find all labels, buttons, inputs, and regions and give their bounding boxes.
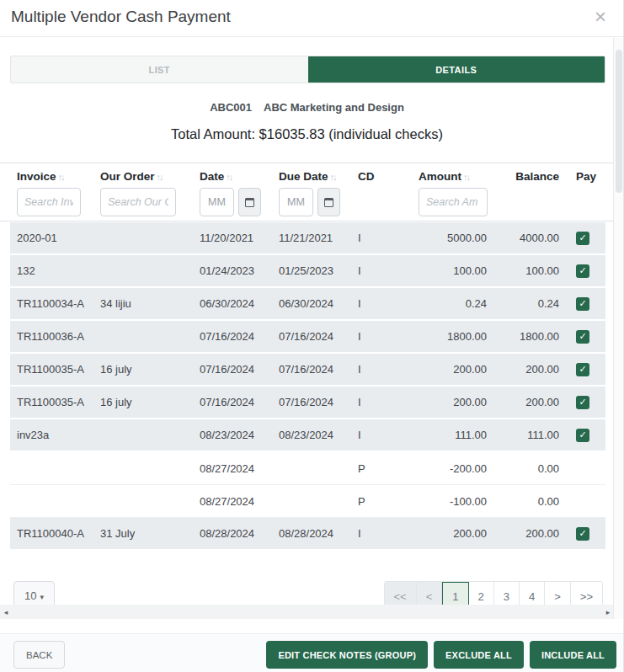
modal-header: Multiple Vendor Cash Payment ×: [0, 0, 623, 37]
due-date-cell: 08/28/2024: [279, 527, 358, 540]
balance-cell: 4000.00: [490, 232, 563, 244]
pay-cell: ✓: [563, 264, 605, 278]
pay-cell: ✓: [563, 429, 605, 442]
date-cell: 08/27/2024: [200, 462, 279, 475]
table-body: 2020-0111/20/202111/21/2021I5000.004000.…: [10, 222, 605, 551]
balance-cell: 100.00: [490, 264, 563, 277]
column-header-cd: CD: [358, 170, 419, 183]
pay-checkbox[interactable]: ✓: [576, 527, 589, 541]
balance-cell: 0.24: [490, 297, 563, 310]
search-amount-input[interactable]: [419, 188, 488, 216]
balance-cell: 1800.00: [490, 330, 563, 343]
amount-cell: 0.24: [419, 297, 490, 310]
date-filter-input[interactable]: [200, 188, 234, 216]
pay-checkbox[interactable]: ✓: [576, 429, 589, 442]
due-date-filter-input[interactable]: [279, 188, 313, 216]
due-date-calendar-button[interactable]: [317, 188, 340, 216]
our-order-cell: 31 July: [100, 527, 200, 540]
cd-cell: I: [358, 429, 419, 441]
date-calendar-button[interactable]: [238, 188, 261, 216]
column-header-our-order[interactable]: Our Order↑↓: [100, 170, 200, 183]
sort-icon: ↑↓: [463, 172, 469, 182]
due-date-cell: 07/16/2024: [279, 330, 358, 343]
table-row: inv23a08/23/202408/23/2024I111.00111.00✓: [10, 419, 605, 452]
calendar-icon: [324, 198, 333, 207]
close-icon[interactable]: ×: [588, 4, 613, 29]
pay-checkbox[interactable]: ✓: [576, 264, 589, 278]
our-order-cell: 16 july: [100, 396, 200, 408]
vendor-code: ABC001: [210, 101, 252, 114]
column-header-balance: Balance: [490, 170, 563, 183]
date-cell: 07/16/2024: [200, 330, 279, 343]
cd-cell: I: [358, 363, 419, 376]
amount-cell: -100.00: [419, 495, 490, 508]
table-row: 13201/24/202301/25/2023I100.00100.00✓: [10, 255, 605, 288]
horizontal-scrollbar[interactable]: ◂ ▸: [0, 605, 614, 619]
search-our-order-input[interactable]: [100, 188, 176, 216]
pay-cell: ✓: [563, 396, 605, 409]
invoice-cell: TR1100040-A: [17, 527, 100, 540]
include-all-button[interactable]: INCLUDE ALL: [530, 641, 616, 669]
date-cell: 07/16/2024: [200, 396, 279, 408]
table-row: TR1100035-A16 july07/16/202407/16/2024I2…: [10, 387, 605, 419]
pay-checkbox[interactable]: ✓: [576, 297, 589, 311]
balance-cell: 0.00: [490, 462, 563, 475]
table-row: TR1100036-A07/16/202407/16/2024I1800.001…: [10, 321, 605, 354]
column-header-amount[interactable]: Amount↑↓: [419, 170, 490, 183]
column-header-invoice[interactable]: Invoice↑↓: [17, 170, 100, 183]
back-button[interactable]: BACK: [13, 641, 65, 669]
date-cell: 06/30/2024: [200, 297, 279, 310]
cd-cell: P: [358, 462, 419, 475]
table-row: TR1100034-A34 lijiu06/30/202406/30/2024I…: [10, 288, 605, 321]
cd-cell: I: [358, 264, 419, 277]
balance-cell: 200.00: [490, 527, 563, 540]
date-cell: 11/20/2021: [200, 232, 279, 244]
column-header-date[interactable]: Date↑↓: [200, 170, 279, 183]
cd-cell: P: [358, 495, 419, 508]
invoice-cell: inv23a: [17, 429, 100, 441]
date-cell: 08/28/2024: [200, 527, 279, 540]
our-order-cell: 34 lijiu: [100, 297, 200, 310]
invoice-cell: 132: [17, 264, 100, 277]
amount-cell: 111.00: [419, 429, 490, 441]
amount-cell: 5000.00: [419, 232, 490, 244]
scrollbar-thumb[interactable]: [616, 50, 622, 193]
pay-cell: ✓: [563, 363, 605, 376]
cd-cell: I: [358, 527, 419, 540]
balance-cell: 111.00: [490, 429, 563, 441]
scroll-left-icon[interactable]: ◂: [0, 605, 12, 619]
multiple-vendor-cash-payment-modal: Multiple Vendor Cash Payment × LIST DETA…: [0, 0, 624, 672]
due-date-cell: 01/25/2023: [279, 264, 358, 277]
pay-checkbox[interactable]: ✓: [576, 232, 589, 245]
scroll-right-icon[interactable]: ▸: [602, 605, 614, 619]
table-row: TR1100040-A31 July08/28/202408/28/2024I2…: [10, 518, 605, 551]
exclude-all-button[interactable]: EXCLUDE ALL: [434, 641, 524, 669]
column-header-due-date[interactable]: Due Date↑↓: [279, 170, 358, 183]
amount-cell: 200.00: [419, 363, 490, 376]
invoice-cell: TR1100036-A: [17, 330, 100, 343]
tab-details[interactable]: DETAILS: [308, 56, 605, 83]
pay-cell: ✓: [563, 232, 605, 245]
pay-cell: ✓: [563, 297, 605, 311]
date-cell: 08/23/2024: [200, 429, 279, 441]
sort-icon: ↑↓: [157, 172, 163, 182]
total-amount-line: Total Amount: $16035.83 (individual chec…: [0, 126, 614, 142]
vendor-line: ABC001ABC Marketing and Design: [0, 101, 614, 114]
table-row: 08/27/2024P-200.000.00: [10, 452, 605, 485]
pay-checkbox[interactable]: ✓: [576, 330, 589, 344]
vertical-scrollbar[interactable]: [613, 38, 623, 619]
pay-checkbox[interactable]: ✓: [576, 363, 589, 376]
edit-check-notes-button[interactable]: EDIT CHECK NOTES (GROUP): [266, 641, 428, 669]
cd-cell: I: [358, 396, 419, 408]
calendar-icon: [245, 198, 254, 207]
pay-checkbox[interactable]: ✓: [576, 396, 589, 409]
amount-cell: 1800.00: [419, 330, 490, 343]
due-date-cell: 06/30/2024: [279, 297, 358, 310]
page-title: Multiple Vendor Cash Payment: [11, 8, 231, 26]
amount-cell: -200.00: [419, 462, 490, 475]
date-cell: 01/24/2023: [200, 264, 279, 277]
tab-list[interactable]: LIST: [11, 56, 308, 83]
column-header-pay: Pay: [563, 170, 605, 183]
tab-bar: LIST DETAILS: [10, 56, 605, 83]
search-invoice-input[interactable]: [17, 188, 81, 216]
